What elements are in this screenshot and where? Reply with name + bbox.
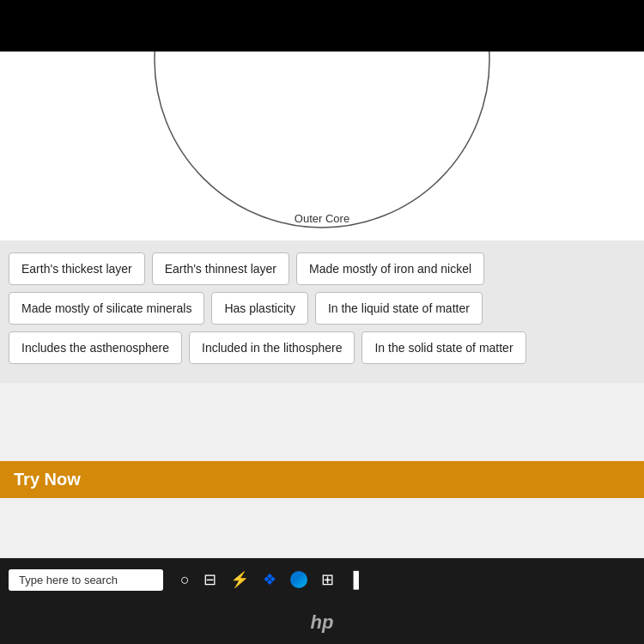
- card-liquid-state[interactable]: In the liquid state of matter: [315, 292, 483, 325]
- svg-point-0: [155, 52, 489, 228]
- diagram-area: Outer Core: [0, 52, 644, 240]
- cards-row-1: Earth's thickest layer Earth's thinnest …: [9, 252, 635, 285]
- outer-core-label: Outer Core: [295, 212, 349, 225]
- card-lithosphere[interactable]: Included in the lithosphere: [189, 331, 355, 364]
- card-earths-thinnest[interactable]: Earth's thinnest layer: [152, 252, 289, 285]
- dropbox-icon[interactable]: ❖: [263, 570, 276, 589]
- cards-area: Earth's thickest layer Earth's thinnest …: [0, 240, 644, 383]
- card-silicate[interactable]: Made mostly of silicate minerals: [9, 292, 204, 325]
- try-now-label: Try Now: [14, 470, 81, 489]
- edge-browser-icon[interactable]: [290, 571, 307, 588]
- lightning-icon[interactable]: ⚡: [230, 570, 249, 589]
- search-box[interactable]: Type here to search: [9, 569, 163, 591]
- screen-content: Outer Core Earth's thickest layer Earth'…: [0, 52, 644, 584]
- hp-area: hp: [0, 601, 644, 644]
- search-circle-icon[interactable]: ○: [180, 571, 190, 589]
- taskbar-icons: ○ ⊟ ⚡ ❖ ⊞ ▐: [180, 570, 359, 589]
- taskbar: Type here to search ○ ⊟ ⚡ ❖ ⊞ ▐: [0, 558, 644, 601]
- hp-logo: hp: [311, 611, 334, 634]
- cards-row-2: Made mostly of silicate minerals Has pla…: [9, 292, 635, 325]
- try-now-bar[interactable]: Try Now: [0, 461, 644, 498]
- top-black-bar: [0, 0, 644, 52]
- grid-icon[interactable]: ⊞: [321, 570, 334, 589]
- card-iron-nickel[interactable]: Made mostly of iron and nickel: [296, 252, 484, 285]
- search-placeholder: Type here to search: [19, 574, 118, 586]
- task-view-icon[interactable]: ⊟: [204, 570, 216, 589]
- card-asthenosphere[interactable]: Includes the asthenosphere: [9, 331, 182, 364]
- card-solid-state[interactable]: In the solid state of matter: [361, 331, 526, 364]
- card-plasticity[interactable]: Has plasticity: [211, 292, 307, 325]
- card-earths-thickest[interactable]: Earth's thickest layer: [9, 252, 145, 285]
- cards-row-3: Includes the asthenosphere Included in t…: [9, 331, 635, 364]
- app-icon[interactable]: ▐: [348, 571, 359, 589]
